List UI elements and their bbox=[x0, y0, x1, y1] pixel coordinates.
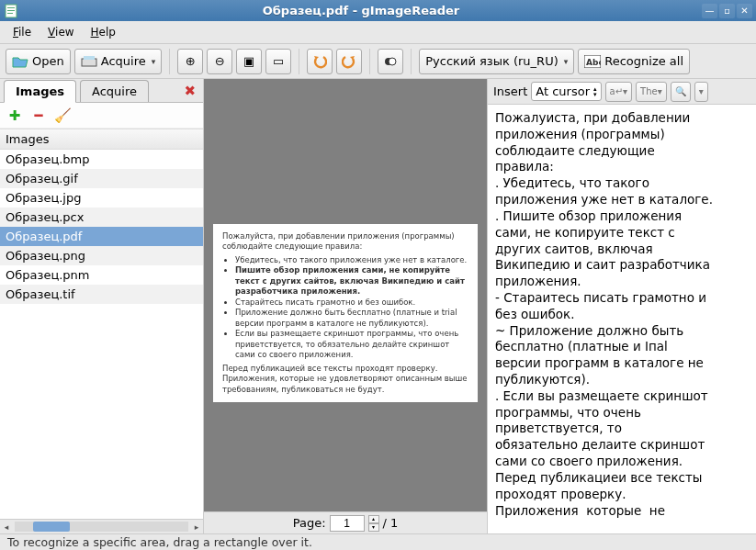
rotate-right-button[interactable] bbox=[336, 49, 362, 74]
doc-bullet: Приложение должно быть бесплатно (платны… bbox=[235, 308, 468, 329]
svg-rect-4 bbox=[82, 59, 96, 66]
separator bbox=[169, 49, 170, 74]
scroll-left-arrow[interactable]: ◂ bbox=[0, 520, 13, 533]
chevron-down-icon: ▾ bbox=[152, 57, 156, 66]
spinner-icon: ▴▾ bbox=[593, 86, 597, 97]
scroll-thumb[interactable] bbox=[33, 522, 70, 532]
zoom-out-icon: ⊖ bbox=[215, 54, 225, 68]
spin-up[interactable]: ▴ bbox=[368, 515, 379, 523]
sidebar-toolbar: ✚ ━ 🧹 bbox=[0, 103, 203, 129]
plus-icon: ✚ bbox=[9, 107, 21, 124]
strip-linebreaks-button[interactable]: a↵▾ bbox=[605, 82, 633, 102]
the-button[interactable]: The▾ bbox=[636, 82, 667, 102]
minus-icon: ━ bbox=[34, 107, 42, 124]
page-number-input[interactable] bbox=[330, 515, 365, 532]
paragraph-icon: a↵ bbox=[610, 86, 624, 96]
acquire-button[interactable]: Acquire ▾ bbox=[74, 49, 163, 74]
svg-point-7 bbox=[389, 58, 396, 65]
add-image-button[interactable]: ✚ bbox=[6, 107, 24, 125]
page-spinner[interactable]: ▴▾ bbox=[368, 515, 379, 532]
scroll-right-arrow[interactable]: ▸ bbox=[190, 520, 203, 533]
svg-rect-2 bbox=[7, 10, 15, 11]
page-label: Page: bbox=[293, 516, 326, 530]
brightness-button[interactable] bbox=[378, 49, 403, 74]
doc-bullet: Если вы размещаете скриншот программы, ч… bbox=[235, 329, 468, 360]
zoom-in-button[interactable]: ⊕ bbox=[177, 49, 203, 74]
brightness-icon bbox=[383, 54, 398, 69]
separator bbox=[411, 49, 412, 74]
zoom-fit-button[interactable]: ▣ bbox=[236, 49, 262, 74]
remove-image-button[interactable]: ━ bbox=[29, 107, 48, 125]
list-item[interactable]: Образец.tif bbox=[0, 285, 203, 304]
doc-outro: Перед публикацией все тексты проходят пр… bbox=[222, 364, 468, 395]
list-item[interactable]: Образец.pnm bbox=[0, 265, 203, 285]
close-panel-button[interactable]: ✖ bbox=[184, 83, 196, 99]
folder-open-icon bbox=[12, 54, 28, 69]
list-item[interactable]: Образец.bmp bbox=[0, 150, 203, 169]
window-title: Образец.pdf - gImageReader bbox=[22, 4, 700, 17]
sidebar-tabs: Images Acquire ✖ bbox=[0, 79, 203, 103]
find-replace-button[interactable]: 🔍 bbox=[671, 82, 691, 102]
zoom-orig-button[interactable]: ▭ bbox=[265, 49, 291, 74]
chevron-down-icon: ▾ bbox=[564, 57, 569, 66]
menubar: File View Help bbox=[0, 21, 756, 44]
image-list[interactable]: Образец.bmpОбразец.gifОбразец.jpgОбразец… bbox=[0, 150, 203, 519]
scroll-track[interactable] bbox=[15, 522, 188, 532]
svg-rect-1 bbox=[7, 7, 15, 8]
window-titlebar: Образец.pdf - gImageReader — ▫ ✕ bbox=[0, 0, 756, 21]
doc-bullet: Пишите обзор приложения сами, не копируй… bbox=[235, 265, 468, 297]
ocr-icon: Abc bbox=[584, 55, 601, 68]
zoom-fit-icon: ▣ bbox=[243, 54, 254, 68]
tab-acquire[interactable]: Acquire bbox=[80, 80, 149, 102]
separator bbox=[299, 49, 299, 74]
content-area: Images Acquire ✖ ✚ ━ 🧹 Images Образец.bm… bbox=[0, 79, 756, 533]
close-button[interactable]: ✕ bbox=[737, 4, 752, 18]
svg-rect-5 bbox=[84, 56, 95, 60]
zoom-out-button[interactable]: ⊖ bbox=[207, 49, 232, 74]
page-navigator: Page: ▴▾ / 1 bbox=[204, 511, 487, 533]
clear-images-button[interactable]: 🧹 bbox=[53, 107, 72, 125]
svg-text:Abc: Abc bbox=[586, 58, 601, 67]
rotate-left-icon bbox=[312, 54, 327, 69]
status-bar: To recognize a specific area, drag a rec… bbox=[0, 533, 756, 550]
output-text[interactable]: Пожалуиста, при добавлении приложения (п… bbox=[488, 105, 756, 533]
insert-mode-select[interactable]: At cursor ▴▾ bbox=[531, 82, 601, 101]
list-item[interactable]: Образец.pdf bbox=[0, 227, 203, 246]
sidebar: Images Acquire ✖ ✚ ━ 🧹 Images Образец.bm… bbox=[0, 79, 204, 533]
output-panel: Insert At cursor ▴▾ a↵▾ The▾ 🔍 ▾ Пожалуи… bbox=[487, 79, 756, 533]
app-icon bbox=[4, 4, 18, 18]
broom-icon: 🧹 bbox=[54, 107, 72, 124]
list-header: Images bbox=[0, 129, 203, 150]
spin-down[interactable]: ▾ bbox=[368, 523, 379, 532]
document-viewer: Пожалуйста, при добавлении приложения (п… bbox=[204, 79, 487, 533]
recognize-all-button[interactable]: Abc Recognize all bbox=[578, 49, 690, 74]
main-toolbar: Open Acquire ▾ ⊕ ⊖ ▣ ▭ Русский язык (ru_… bbox=[0, 44, 756, 79]
menu-view[interactable]: View bbox=[40, 23, 81, 41]
maximize-button[interactable]: ▫ bbox=[719, 4, 735, 18]
doc-bullet: Убедитесь, что такого приложения уже нет… bbox=[235, 255, 468, 265]
the-label: The bbox=[640, 86, 658, 96]
output-toolbar: Insert At cursor ▴▾ a↵▾ The▾ 🔍 ▾ bbox=[488, 79, 756, 105]
scanner-icon bbox=[81, 54, 97, 69]
list-item[interactable]: Образец.gif bbox=[0, 169, 203, 188]
list-item[interactable]: Образец.png bbox=[0, 246, 203, 265]
menu-file[interactable]: File bbox=[6, 23, 39, 41]
menu-help[interactable]: Help bbox=[84, 23, 123, 41]
svg-rect-3 bbox=[7, 13, 13, 14]
doc-intro: Пожалуйста, при добавлении приложения (п… bbox=[222, 231, 468, 253]
horizontal-scrollbar[interactable]: ◂ ▸ bbox=[0, 519, 203, 533]
list-item[interactable]: Образец.jpg bbox=[0, 188, 203, 208]
insert-label: Insert bbox=[493, 84, 527, 98]
rotate-left-button[interactable] bbox=[307, 49, 333, 74]
output-menu-button[interactable]: ▾ bbox=[694, 82, 708, 102]
search-icon: 🔍 bbox=[675, 86, 686, 96]
open-button[interactable]: Open bbox=[6, 49, 71, 74]
viewer-canvas[interactable]: Пожалуйста, при добавлении приложения (п… bbox=[204, 79, 487, 511]
rotate-right-icon bbox=[342, 54, 356, 69]
tab-images[interactable]: Images bbox=[4, 80, 76, 103]
minimize-button[interactable]: — bbox=[702, 4, 717, 18]
zoom-orig-icon: ▭ bbox=[273, 54, 284, 68]
language-selector[interactable]: Русский язык (ru_RU) ▾ bbox=[419, 49, 574, 74]
zoom-in-icon: ⊕ bbox=[186, 54, 196, 68]
list-item[interactable]: Образец.pcx bbox=[0, 208, 203, 227]
